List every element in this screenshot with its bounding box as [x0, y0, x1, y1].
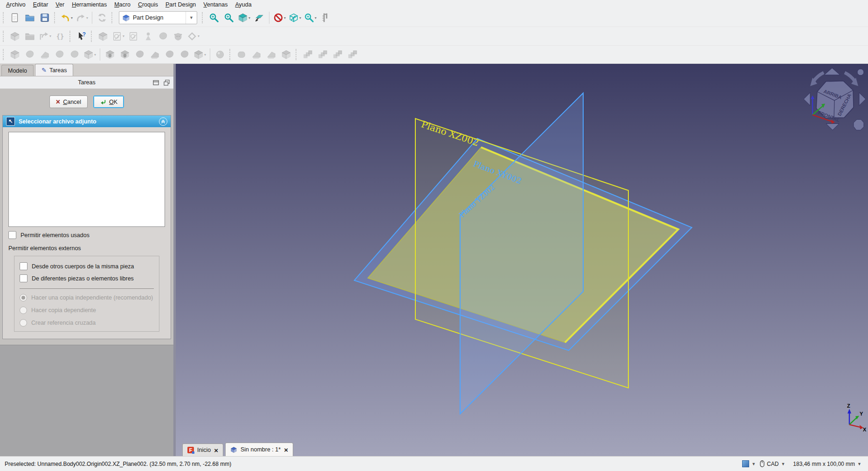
- redo-button[interactable]: ▾: [75, 11, 89, 25]
- additive-helix-button[interactable]: ▾: [68, 48, 82, 61]
- create-datum-button[interactable]: ▾: [141, 29, 155, 43]
- open-document-button[interactable]: ▾: [23, 11, 37, 25]
- pad-button[interactable]: ▾: [8, 48, 22, 61]
- workbench-selector[interactable]: Part Design ▼: [119, 11, 197, 24]
- checkbox-icon[interactable]: [20, 262, 28, 270]
- draft-button[interactable]: ▾: [264, 48, 278, 61]
- polar-pattern-button[interactable]: ▾: [331, 48, 344, 61]
- same-part-checkbox-row[interactable]: Desde otros cuerpos de la misma pieza: [20, 262, 154, 270]
- panel-tab-tareas[interactable]: ✎Tareas: [35, 64, 73, 76]
- view-sync-button[interactable]: ▾: [303, 11, 317, 25]
- doc-tab-sin-nombre[interactable]: Sin nombre : 1* ×: [225, 443, 293, 456]
- additive-pipe-button[interactable]: ▾: [53, 48, 67, 61]
- groove-button[interactable]: ▾: [133, 48, 147, 61]
- align-view-button[interactable]: ▾: [252, 11, 266, 25]
- clone-button[interactable]: ▾: [171, 29, 185, 43]
- dropdown-caret-icon[interactable]: ▾: [248, 16, 250, 20]
- menu-herramientas[interactable]: Herramientas: [68, 1, 110, 8]
- menu-ventanas[interactable]: Ventanas: [200, 1, 231, 8]
- copy-option-radio[interactable]: Hacer copia dependiente: [20, 307, 154, 314]
- radio-icon[interactable]: [20, 307, 27, 314]
- checkbox-icon[interactable]: [8, 231, 16, 239]
- cancel-button[interactable]: ×Cancel: [49, 96, 88, 108]
- 3d-viewport[interactable]: Plano XZ002 Plano XY002 Plano YZ002: [176, 64, 868, 456]
- menu-part-design[interactable]: Part Design: [162, 1, 200, 8]
- menu-archivo[interactable]: Archivo: [2, 1, 29, 8]
- chamfer-button[interactable]: ▾: [249, 48, 263, 61]
- copy-option-radio[interactable]: Hacer una copia independiente (recomenda…: [20, 294, 154, 301]
- linear-pattern-button[interactable]: ▾: [316, 48, 330, 61]
- revolution-button[interactable]: ▾: [23, 48, 37, 61]
- zoom-selection-button[interactable]: ▾: [222, 11, 236, 25]
- free-elements-checkbox-row[interactable]: De diferentes piezas o elementos libres: [20, 274, 154, 282]
- render-style-selector[interactable]: ▼: [742, 460, 756, 467]
- subtractive-primitive-button[interactable]: ▾: [193, 48, 207, 61]
- thickness-button[interactable]: ▾: [279, 48, 293, 61]
- multitransform-button[interactable]: ▾: [345, 48, 359, 61]
- dropdown-caret-icon[interactable]: ▾: [284, 16, 286, 20]
- create-body-button[interactable]: ▾: [96, 29, 110, 43]
- nav-small-cube-icon[interactable]: [854, 119, 864, 130]
- dropdown-caret-icon[interactable]: ▾: [198, 34, 200, 38]
- 3d-scene[interactable]: Plano XZ002 Plano XY002 Plano YZ002: [176, 64, 868, 456]
- clipping-plane-button[interactable]: ▾: [288, 11, 302, 25]
- workbench-dropdown-caret-icon[interactable]: ▼: [186, 12, 197, 24]
- nav-circle-icon[interactable]: [857, 69, 864, 75]
- refresh-button[interactable]: ▾: [95, 11, 109, 25]
- radio-icon[interactable]: [20, 319, 27, 327]
- dropdown-caret-icon[interactable]: ▾: [204, 53, 206, 57]
- dropdown-caret-icon[interactable]: ▾: [123, 34, 124, 38]
- map-sketch-button[interactable]: ▾: [156, 29, 170, 43]
- boolean-button[interactable]: ▾: [213, 48, 227, 61]
- menu-ayuda[interactable]: Ayuda: [231, 1, 255, 8]
- attachment-options-list[interactable]: [8, 132, 165, 227]
- additive-primitive-button[interactable]: ▾: [83, 48, 97, 61]
- group-button[interactable]: ▾: [23, 29, 37, 43]
- dropdown-caret-icon[interactable]: ▾: [71, 16, 73, 20]
- pocket-button[interactable]: ▾: [103, 48, 117, 61]
- part-document-button[interactable]: ▾: [8, 29, 22, 43]
- dropdown-caret-icon[interactable]: ▾: [299, 16, 301, 20]
- dock-panel-icon[interactable]: [153, 80, 159, 86]
- navigation-style-selector[interactable]: CAD ▼: [760, 460, 785, 467]
- standard-views-button[interactable]: ▾: [237, 11, 251, 25]
- new-document-button[interactable]: ▾: [8, 11, 22, 25]
- dropdown-caret-icon[interactable]: ▼: [751, 462, 756, 466]
- create-sketch-button[interactable]: ▾: [111, 29, 125, 43]
- undo-button[interactable]: ▾: [59, 11, 74, 25]
- menu-editar[interactable]: Editar: [29, 1, 52, 8]
- measure-button[interactable]: ▾: [318, 11, 332, 25]
- subtractive-pipe-button[interactable]: ▾: [163, 48, 177, 61]
- hole-button[interactable]: ▾: [118, 48, 132, 61]
- view-dimensions-selector[interactable]: 183,46 mm x 100,00 mm ▼: [793, 461, 861, 467]
- whats-this-button[interactable]: ▾: [75, 29, 89, 43]
- copy-option-radio[interactable]: Crear referencia cruzada: [20, 319, 154, 327]
- zoom-fit-all-button[interactable]: ▾: [207, 11, 221, 25]
- dropdown-caret-icon[interactable]: ▾: [94, 53, 96, 57]
- attachment-dialog-header[interactable]: ↖ Seleccionar archivo adjunto: [3, 116, 171, 127]
- allow-used-checkbox-row[interactable]: Permitir elementos usados: [8, 231, 165, 239]
- save-document-button[interactable]: ▾: [38, 11, 52, 25]
- float-panel-icon[interactable]: [164, 80, 170, 86]
- draw-style-button[interactable]: ▾: [272, 11, 287, 25]
- dropdown-caret-icon[interactable]: ▾: [315, 16, 317, 20]
- close-tab-icon[interactable]: ×: [284, 446, 288, 453]
- export-button[interactable]: ▾: [38, 29, 52, 43]
- menu-ver[interactable]: Ver: [52, 1, 68, 8]
- fillet-button[interactable]: ▾: [234, 48, 248, 61]
- edit-sketch-button[interactable]: ▾: [126, 29, 140, 43]
- menu-macro[interactable]: Macro: [110, 1, 134, 8]
- ok-button[interactable]: OK: [93, 96, 124, 108]
- menu-croquis[interactable]: Croquis: [134, 1, 162, 8]
- mirrored-button[interactable]: ▾: [301, 48, 315, 61]
- dropdown-caret-icon[interactable]: ▾: [86, 16, 88, 20]
- radio-icon[interactable]: [20, 294, 27, 301]
- dropdown-caret-icon[interactable]: ▼: [857, 462, 861, 466]
- panel-tab-modelo[interactable]: Modelo: [1, 65, 34, 76]
- datum-plane-button[interactable]: ▾: [186, 29, 200, 43]
- collapse-section-icon[interactable]: [159, 117, 167, 126]
- doc-tab-inicio[interactable]: F Inicio ×: [182, 444, 223, 456]
- dropdown-caret-icon[interactable]: ▼: [781, 462, 785, 466]
- additive-loft-button[interactable]: ▾: [38, 48, 52, 61]
- subtractive-loft-button[interactable]: ▾: [148, 48, 162, 61]
